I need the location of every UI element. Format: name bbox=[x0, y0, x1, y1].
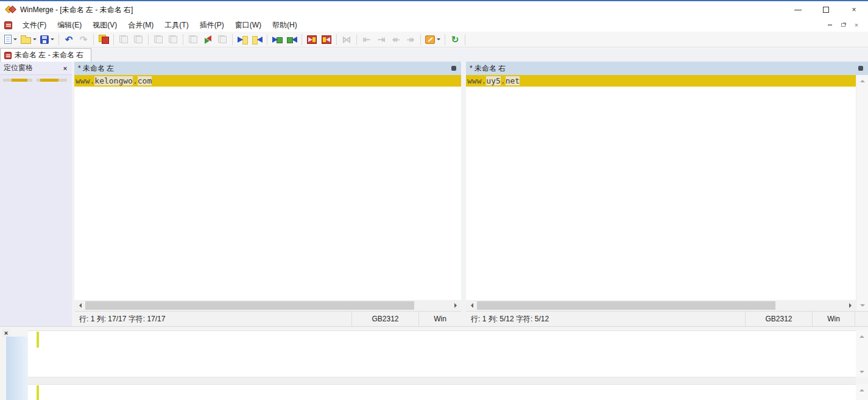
undo-button[interactable]: ↶ bbox=[62, 33, 76, 46]
scroll-down-arrow[interactable] bbox=[856, 367, 868, 377]
options-button[interactable] bbox=[423, 33, 442, 46]
left-pane-header-icon bbox=[451, 66, 456, 71]
auto-merge-button[interactable]: ⋈ bbox=[339, 33, 354, 46]
mdi-close-button[interactable]: × bbox=[850, 20, 863, 30]
tab-compare[interactable]: 未命名 左 - 未命名 右 bbox=[0, 48, 91, 62]
mdi-restore-icon bbox=[841, 23, 845, 27]
close-button[interactable]: × bbox=[840, 1, 868, 18]
toolbar-separator bbox=[267, 34, 267, 45]
diff-segment: www. bbox=[76, 76, 94, 85]
location-bar-right[interactable] bbox=[37, 79, 67, 82]
left-pane-header[interactable]: * 未命名 左 bbox=[74, 62, 461, 75]
toolbar-separator bbox=[420, 34, 421, 45]
next-conflict-button[interactable]: ⇥ bbox=[374, 33, 389, 46]
refresh-button[interactable]: ↻ bbox=[448, 33, 462, 46]
mdi-restore-button[interactable] bbox=[836, 20, 850, 30]
left-editor[interactable]: www.kelongwo.com bbox=[74, 75, 461, 300]
scroll-up-arrow[interactable] bbox=[856, 75, 868, 85]
left-diff-line[interactable]: www.kelongwo.com bbox=[74, 75, 461, 87]
right-pane-header[interactable]: * 未命名 右 bbox=[466, 62, 868, 75]
select-line-diff-button[interactable] bbox=[186, 33, 200, 46]
new-file-icon bbox=[4, 35, 12, 44]
next-difference-button[interactable] bbox=[235, 33, 250, 46]
menu-help[interactable]: 帮助(H) bbox=[267, 18, 303, 32]
location-pane-header: 定位窗格 × bbox=[0, 62, 72, 75]
save-button[interactable] bbox=[38, 33, 56, 46]
open-button[interactable] bbox=[19, 33, 38, 46]
toolbar-separator bbox=[465, 34, 465, 45]
diff-segment: . bbox=[133, 76, 138, 85]
scroll-right-arrow[interactable] bbox=[451, 300, 461, 311]
left-horizontal-scrollbar[interactable] bbox=[74, 300, 461, 311]
scroll-up-arrow[interactable] bbox=[856, 384, 868, 395]
scroll-down-arrow[interactable] bbox=[856, 301, 868, 311]
copy-all-right-button[interactable] bbox=[305, 33, 319, 46]
right-vertical-scrollbar[interactable] bbox=[856, 75, 868, 311]
rescan-icon bbox=[99, 35, 109, 44]
left-eol-style: Win bbox=[418, 312, 461, 326]
menu-plugins[interactable]: 插件(P) bbox=[194, 18, 230, 32]
menu-tools[interactable]: 工具(T) bbox=[159, 18, 194, 32]
diff-segment: . bbox=[501, 76, 506, 85]
new-button[interactable] bbox=[2, 33, 19, 46]
menubar: 文件(F) 编辑(E) 视图(V) 合并(M) 工具(T) 插件(P) 窗口(W… bbox=[0, 18, 868, 32]
next-identical-file-button[interactable] bbox=[166, 33, 180, 46]
diff-detail-left-scrollbar[interactable] bbox=[856, 330, 868, 377]
next-conflict-icon: ⇥ bbox=[378, 35, 386, 44]
right-horizontal-scrollbar[interactable] bbox=[466, 300, 856, 311]
next-difference-icon bbox=[238, 35, 248, 44]
scroll-up-arrow[interactable] bbox=[856, 330, 868, 341]
refresh-selected-button[interactable] bbox=[215, 33, 230, 46]
close-icon: × bbox=[852, 5, 856, 14]
diff-detail-left-text[interactable] bbox=[28, 330, 856, 377]
scroll-right-arrow[interactable] bbox=[845, 300, 856, 311]
location-bar-left[interactable] bbox=[3, 79, 32, 82]
location-pane-close-button[interactable]: × bbox=[61, 64, 69, 73]
prev-diff-file-button[interactable] bbox=[116, 33, 131, 46]
prev-identical-file-button[interactable] bbox=[151, 33, 166, 46]
scrollbar-thumb[interactable] bbox=[85, 301, 414, 310]
prev-conflict-icon: ⇤ bbox=[363, 35, 371, 44]
select-line-diff-icon bbox=[189, 35, 197, 43]
rescan-button[interactable] bbox=[96, 33, 111, 46]
diff-pane-close-button[interactable]: × bbox=[2, 329, 10, 337]
mdi-minimize-button[interactable] bbox=[823, 20, 836, 30]
menu-file[interactable]: 文件(F) bbox=[17, 18, 52, 32]
scroll-left-arrow[interactable] bbox=[466, 300, 476, 311]
menu-view[interactable]: 视图(V) bbox=[87, 18, 122, 32]
swap-panes-icon bbox=[203, 35, 213, 44]
scrollbar-thumb[interactable] bbox=[477, 301, 775, 310]
refresh-selected-icon bbox=[218, 35, 227, 43]
copy-right-button[interactable] bbox=[270, 33, 284, 46]
diff-detail-right-text[interactable] bbox=[28, 384, 856, 400]
statusbar-corner bbox=[855, 312, 868, 326]
maximize-icon bbox=[823, 7, 829, 13]
diff-detail-right-scrollbar[interactable] bbox=[856, 384, 868, 400]
menu-merge[interactable]: 合并(M) bbox=[122, 18, 159, 32]
copy-left-button[interactable] bbox=[284, 33, 299, 46]
toolbar-separator bbox=[302, 34, 302, 45]
prev-difference-button[interactable] bbox=[250, 33, 264, 46]
prev-conflict-button[interactable]: ⇤ bbox=[359, 33, 374, 46]
next-inline-diff-button[interactable]: ↠ bbox=[403, 33, 418, 46]
scroll-left-arrow[interactable] bbox=[74, 300, 85, 311]
prev-inline-diff-button[interactable]: ↞ bbox=[389, 33, 403, 46]
redo-button[interactable]: ↷ bbox=[76, 33, 91, 46]
mdi-document-icon[interactable] bbox=[4, 21, 12, 29]
mdi-close-icon: × bbox=[855, 21, 858, 29]
swap-panes-button[interactable] bbox=[200, 33, 215, 46]
next-diff-file-button[interactable] bbox=[131, 33, 146, 46]
open-folder-icon bbox=[21, 37, 31, 44]
maximize-button[interactable] bbox=[812, 1, 840, 18]
location-bars[interactable] bbox=[0, 75, 72, 82]
save-dropdown-caret bbox=[51, 38, 54, 42]
right-editor[interactable]: www.uy5.net bbox=[466, 75, 856, 300]
minimize-button[interactable]: — bbox=[784, 1, 812, 18]
right-pane-title: * 未命名 右 bbox=[470, 63, 506, 74]
toolbar-separator bbox=[183, 34, 183, 45]
menu-edit[interactable]: 编辑(E) bbox=[52, 18, 87, 32]
right-diff-line[interactable]: www.uy5.net bbox=[466, 75, 856, 87]
toolbar-separator bbox=[93, 34, 94, 45]
menu-window[interactable]: 窗口(W) bbox=[230, 18, 267, 32]
copy-all-left-button[interactable] bbox=[319, 33, 334, 46]
